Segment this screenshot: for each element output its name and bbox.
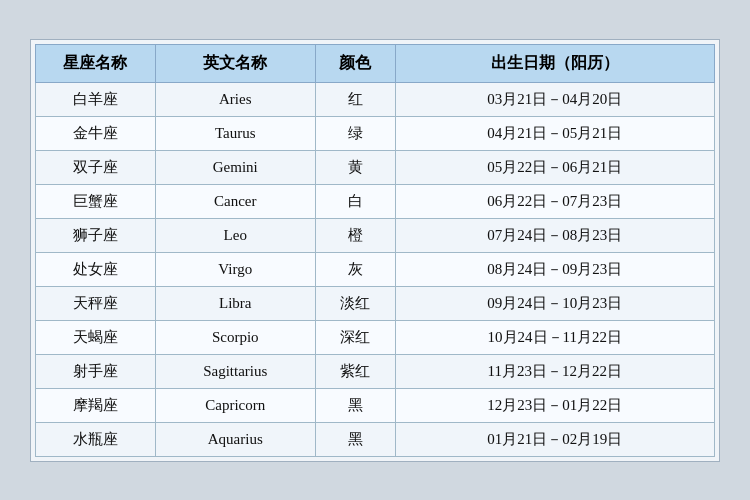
cell-date: 12月23日－01月22日 — [395, 388, 714, 422]
cell-en: Libra — [155, 286, 315, 320]
cell-zh: 摩羯座 — [36, 388, 156, 422]
cell-color: 黑 — [315, 422, 395, 456]
zodiac-table: 星座名称 英文名称 颜色 出生日期（阳历） 白羊座Aries红03月21日－04… — [35, 44, 715, 457]
cell-zh: 金牛座 — [36, 116, 156, 150]
cell-color: 白 — [315, 184, 395, 218]
cell-date: 10月24日－11月22日 — [395, 320, 714, 354]
zodiac-table-container: 星座名称 英文名称 颜色 出生日期（阳历） 白羊座Aries红03月21日－04… — [30, 39, 720, 462]
table-row: 处女座Virgo灰08月24日－09月23日 — [36, 252, 715, 286]
table-row: 天秤座Libra淡红09月24日－10月23日 — [36, 286, 715, 320]
cell-color: 紫红 — [315, 354, 395, 388]
cell-date: 07月24日－08月23日 — [395, 218, 714, 252]
cell-date: 05月22日－06月21日 — [395, 150, 714, 184]
cell-en: Capricorn — [155, 388, 315, 422]
cell-en: Aquarius — [155, 422, 315, 456]
cell-date: 06月22日－07月23日 — [395, 184, 714, 218]
cell-color: 深红 — [315, 320, 395, 354]
cell-zh: 天蝎座 — [36, 320, 156, 354]
header-zh: 星座名称 — [36, 44, 156, 82]
table-row: 双子座Gemini黄05月22日－06月21日 — [36, 150, 715, 184]
table-row: 白羊座Aries红03月21日－04月20日 — [36, 82, 715, 116]
cell-date: 11月23日－12月22日 — [395, 354, 714, 388]
cell-en: Taurus — [155, 116, 315, 150]
cell-date: 03月21日－04月20日 — [395, 82, 714, 116]
cell-color: 黑 — [315, 388, 395, 422]
cell-zh: 白羊座 — [36, 82, 156, 116]
table-row: 巨蟹座Cancer白06月22日－07月23日 — [36, 184, 715, 218]
table-row: 水瓶座Aquarius黑01月21日－02月19日 — [36, 422, 715, 456]
cell-en: Cancer — [155, 184, 315, 218]
cell-zh: 巨蟹座 — [36, 184, 156, 218]
cell-en: Aries — [155, 82, 315, 116]
cell-color: 灰 — [315, 252, 395, 286]
header-color: 颜色 — [315, 44, 395, 82]
cell-date: 08月24日－09月23日 — [395, 252, 714, 286]
cell-en: Leo — [155, 218, 315, 252]
cell-en: Virgo — [155, 252, 315, 286]
cell-en: Sagittarius — [155, 354, 315, 388]
table-header-row: 星座名称 英文名称 颜色 出生日期（阳历） — [36, 44, 715, 82]
table-row: 天蝎座Scorpio深红10月24日－11月22日 — [36, 320, 715, 354]
table-row: 射手座Sagittarius紫红11月23日－12月22日 — [36, 354, 715, 388]
cell-zh: 双子座 — [36, 150, 156, 184]
cell-color: 黄 — [315, 150, 395, 184]
table-row: 金牛座Taurus绿04月21日－05月21日 — [36, 116, 715, 150]
cell-zh: 天秤座 — [36, 286, 156, 320]
cell-date: 01月21日－02月19日 — [395, 422, 714, 456]
cell-date: 04月21日－05月21日 — [395, 116, 714, 150]
header-date: 出生日期（阳历） — [395, 44, 714, 82]
cell-zh: 射手座 — [36, 354, 156, 388]
table-row: 狮子座Leo橙07月24日－08月23日 — [36, 218, 715, 252]
cell-color: 淡红 — [315, 286, 395, 320]
table-row: 摩羯座Capricorn黑12月23日－01月22日 — [36, 388, 715, 422]
header-en: 英文名称 — [155, 44, 315, 82]
cell-color: 绿 — [315, 116, 395, 150]
cell-date: 09月24日－10月23日 — [395, 286, 714, 320]
cell-zh: 狮子座 — [36, 218, 156, 252]
cell-zh: 处女座 — [36, 252, 156, 286]
cell-zh: 水瓶座 — [36, 422, 156, 456]
cell-color: 红 — [315, 82, 395, 116]
cell-en: Scorpio — [155, 320, 315, 354]
cell-en: Gemini — [155, 150, 315, 184]
cell-color: 橙 — [315, 218, 395, 252]
